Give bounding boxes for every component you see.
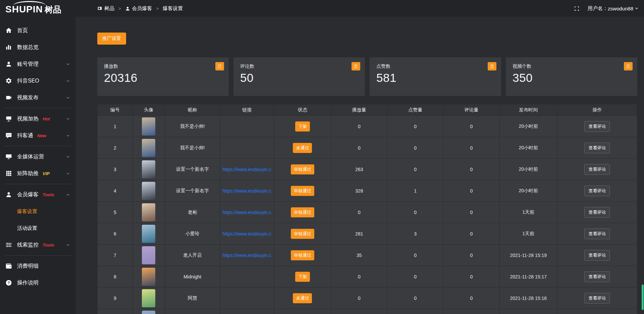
chevron-down-icon bbox=[66, 117, 70, 121]
cell-status: 未通过 bbox=[274, 137, 331, 159]
cell-avatar bbox=[132, 159, 165, 180]
cell-publish-time: 1天前 bbox=[499, 202, 557, 223]
view-comments-button[interactable]: 查看评论 bbox=[584, 164, 610, 175]
stat-card-value: 350 bbox=[513, 71, 631, 85]
chevron-down-icon bbox=[66, 171, 70, 176]
view-comments-button[interactable]: 查看评论 bbox=[584, 250, 610, 261]
cell-link: https://www.iesdouyin.c bbox=[220, 223, 274, 245]
cell-action: 查看评论 bbox=[557, 223, 637, 245]
chevron-down-icon bbox=[66, 62, 70, 66]
cell-status bbox=[274, 309, 331, 314]
topbar: 树品>会员爆客>爆客设置 用户名： zswodun88 bbox=[75, 0, 644, 17]
sidebar-item-1[interactable]: 数据总览 bbox=[0, 39, 75, 56]
video-link[interactable]: https://www.iesdouyin.c bbox=[222, 210, 271, 215]
scrollbar-thumb[interactable] bbox=[642, 284, 644, 310]
avatar bbox=[142, 246, 155, 264]
cell-nickname: 我不是小帅! bbox=[165, 137, 220, 159]
video-link[interactable]: https://www.iesdouyin.c bbox=[222, 231, 271, 237]
fullscreen-icon[interactable] bbox=[574, 6, 580, 11]
cell-index: 9 bbox=[98, 287, 133, 309]
cell-publish-time: 2021-11-28 15:17 bbox=[499, 266, 557, 287]
status-badge: 审核通过 bbox=[291, 229, 314, 239]
sidebar-menu: 首页数据总览账号管理抖音SEO视频发布视频加热Hot抖客通New全媒体运营矩阵助… bbox=[0, 19, 75, 291]
column-header-6: 点赞量 bbox=[387, 104, 443, 116]
cell-link bbox=[220, 287, 274, 309]
wallet-icon bbox=[5, 263, 12, 269]
menu-divider bbox=[4, 146, 71, 146]
cell-nickname: Midnight bbox=[165, 266, 220, 287]
help-icon: ? bbox=[5, 279, 12, 286]
chevron-down-icon bbox=[635, 6, 639, 10]
breadcrumb-item-0[interactable]: 树品 bbox=[97, 5, 114, 12]
cell-status: 审核通过 bbox=[274, 180, 331, 202]
breadcrumb-item-1[interactable]: 会员爆客 bbox=[125, 5, 152, 12]
cell-action: 查看评论 bbox=[557, 137, 637, 159]
sidebar-item-2[interactable]: 账号管理 bbox=[0, 56, 75, 72]
sidebar-item-label: 视频加热 bbox=[17, 115, 39, 122]
sidebar-item-12[interactable]: ?操作说明 bbox=[0, 274, 75, 291]
breadcrumb-separator: > bbox=[156, 6, 159, 11]
sidebar-item-8[interactable]: 矩阵助推VIP bbox=[0, 165, 75, 182]
sidebar-item-label: 首页 bbox=[17, 27, 28, 34]
cell-link: https://www.iesdouyin.c bbox=[220, 202, 274, 223]
stat-card-value: 20316 bbox=[104, 71, 222, 85]
stat-card-1: 评论数50总 bbox=[233, 57, 365, 96]
username-menu[interactable]: 用户名： zswodun88 bbox=[588, 5, 639, 12]
video-link[interactable]: https://www.iesdouyin.c bbox=[222, 253, 271, 258]
sidebar-item-5[interactable]: 视频加热Hot bbox=[0, 110, 75, 127]
member-videos-table: 编号头像昵称链接状态播放量点赞量评论量发布时间操作 1我不是小帅!下架00020… bbox=[97, 104, 637, 314]
sidebar-subitem-9-1[interactable]: 活动设置 bbox=[0, 220, 75, 237]
cell-link bbox=[220, 116, 274, 137]
cell-plays: 328 bbox=[331, 180, 387, 202]
status-badge: 审核通过 bbox=[291, 207, 314, 217]
sidebar-item-0[interactable]: 首页 bbox=[0, 22, 75, 39]
breadcrumb-item-2: 爆客设置 bbox=[163, 5, 183, 12]
cell-status: 审核通过 bbox=[274, 159, 331, 180]
breadcrumb-label: 会员爆客 bbox=[132, 5, 152, 12]
view-comments-button[interactable]: 查看评论 bbox=[584, 121, 610, 132]
cell-plays: 0 bbox=[331, 287, 387, 309]
sidebar-subitem-9-0[interactable]: 爆客设置 bbox=[0, 203, 75, 220]
cell-plays: 0 bbox=[331, 266, 387, 287]
chevron-up-icon bbox=[66, 193, 70, 197]
cell-avatar bbox=[132, 266, 165, 287]
cell-action: 查看评论 bbox=[557, 202, 637, 223]
sidebar-item-6[interactable]: 抖客通New bbox=[0, 127, 75, 144]
cell-likes: 3 bbox=[387, 223, 443, 245]
monitor-icon bbox=[5, 153, 12, 160]
sidebar-item-7[interactable]: 全媒体运营 bbox=[0, 148, 75, 165]
sidebar-item-9[interactable]: 会员爆客Tools bbox=[0, 186, 75, 203]
menu-divider bbox=[4, 108, 71, 108]
cell-comments: 0 bbox=[443, 180, 499, 202]
view-comments-button[interactable]: 查看评论 bbox=[584, 228, 610, 239]
sidebar-item-4[interactable]: 视频发布 bbox=[0, 89, 75, 106]
sidebar-item-10[interactable]: 线索监控Tools bbox=[0, 237, 75, 253]
cell-comments bbox=[443, 309, 499, 314]
sliders-icon bbox=[5, 242, 12, 248]
video-link[interactable]: https://www.iesdouyin.c bbox=[222, 188, 271, 194]
chart-icon bbox=[5, 44, 12, 51]
cell-publish-time bbox=[499, 309, 557, 314]
view-comments-button[interactable]: 查看评论 bbox=[584, 143, 610, 153]
view-comments-button[interactable]: 查看评论 bbox=[584, 271, 610, 282]
cell-plays: 263 bbox=[331, 159, 387, 180]
username-label: 用户名： bbox=[588, 5, 608, 12]
sidebar: SHUPIN 树品 首页数据总览账号管理抖音SEO视频发布视频加热Hot抖客通N… bbox=[0, 0, 75, 314]
table-row bbox=[98, 309, 637, 314]
view-comments-button[interactable]: 查看评论 bbox=[584, 207, 610, 218]
view-comments-button[interactable]: 查看评论 bbox=[584, 293, 610, 304]
sidebar-item-3[interactable]: 抖音SEO bbox=[0, 72, 75, 89]
cell-index: 1 bbox=[98, 116, 133, 137]
sidebar-item-label: 线索监控 bbox=[17, 242, 39, 249]
avatar bbox=[142, 203, 155, 221]
view-comments-button[interactable]: 查看评论 bbox=[584, 186, 610, 196]
stat-card-2: 点赞数581总 bbox=[370, 57, 501, 96]
sidebar-item-11[interactable]: 消费明细 bbox=[0, 258, 75, 274]
video-link[interactable]: https://www.iesdouyin.c bbox=[222, 167, 271, 172]
cell-status: 下架 bbox=[274, 266, 331, 287]
chevron-down-icon bbox=[66, 134, 70, 138]
breadcrumb-label: 树品 bbox=[104, 5, 114, 12]
cell-link bbox=[220, 137, 274, 159]
promo-settings-button[interactable]: 推广设置 bbox=[97, 33, 126, 45]
stat-card-label: 评论数 bbox=[240, 63, 358, 69]
